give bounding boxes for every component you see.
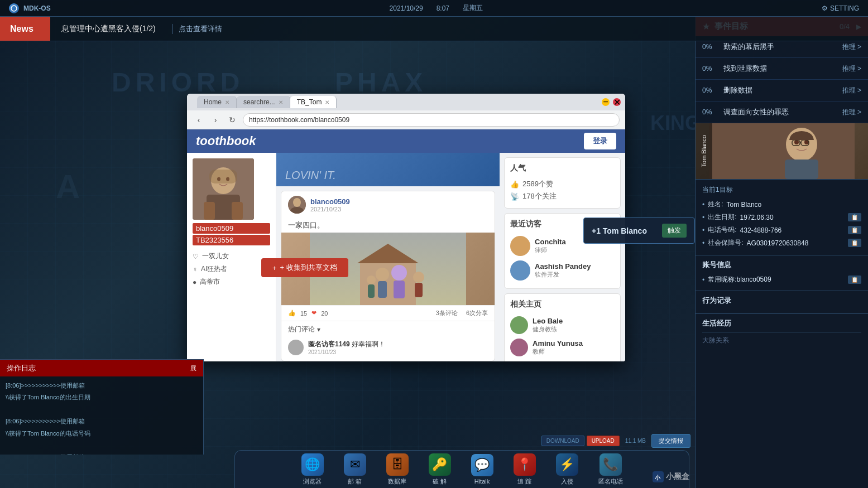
forward-button[interactable]: › bbox=[209, 114, 222, 126]
comment-chevron-icon: ▾ bbox=[317, 326, 320, 334]
svg-text:小: 小 bbox=[654, 475, 661, 481]
op-log-expand-button[interactable]: 展 bbox=[190, 364, 196, 373]
post-username: blanco0509 bbox=[310, 197, 350, 206]
submit-intelligence-button[interactable]: 提交情报 bbox=[651, 434, 690, 448]
name-value: Tom Blanco bbox=[727, 201, 762, 209]
tab-search-close-icon[interactable]: ✕ bbox=[279, 99, 283, 105]
post-actions: 👍 15 ❤ 20 3条评论 6次分享 bbox=[281, 305, 495, 321]
url-bar[interactable]: https://toothbook.com/blanco0509 bbox=[243, 113, 620, 127]
bg-text-a: A bbox=[56, 167, 80, 206]
close-window-button[interactable]: ✕ bbox=[613, 98, 621, 106]
city-label: 高蒂市 bbox=[200, 277, 220, 287]
operation-log: 操作日志 展 [8:06]>>>>>>>>>>>使用邮箱 \\获得了Tom Bl… bbox=[0, 359, 204, 455]
comment-content: 匿名访客1149 好幸福啊！ 2021/10/23 bbox=[308, 340, 488, 355]
event-3-percent: 0% bbox=[702, 86, 718, 94]
event-item-4: 0% 调查面向女性的罪恶 推理 > bbox=[696, 102, 868, 123]
collect-button[interactable]: + + 收集到共享文档 bbox=[261, 258, 348, 277]
taskbar-hitalk[interactable]: 💬 Hitalk bbox=[467, 452, 498, 487]
copy-account-button[interactable]: 📋 bbox=[848, 276, 861, 284]
comment-toggle[interactable]: 热门评论 ▾ bbox=[288, 325, 488, 334]
tab-search[interactable]: searchre... ✕ bbox=[237, 96, 290, 108]
copy-birth-button[interactable]: 📋 bbox=[848, 213, 861, 221]
news-detail[interactable]: 点击查看详情 bbox=[172, 24, 228, 34]
toothbook-logo: toothbook bbox=[196, 134, 256, 148]
taskbar-database[interactable]: 🗄 数据库 bbox=[382, 451, 413, 488]
bullet-phone: • bbox=[702, 226, 704, 234]
database-icon: 🗄 bbox=[386, 453, 409, 476]
op-entry-4: [8:06]>>>>>>>>>>>使用邮箱 bbox=[6, 415, 198, 427]
comment-section: 热门评论 ▾ 匿名访客1149 好幸福啊！ 2021/10/23 bbox=[281, 321, 495, 361]
email-label: 邮 箱 bbox=[348, 477, 362, 486]
cover-text: LOVIN' IT. bbox=[276, 165, 345, 186]
date-display: 2021/10/29 bbox=[390, 4, 423, 12]
refresh-button[interactable]: ↻ bbox=[226, 114, 238, 126]
profile-card-name-vertical: Tom Blanco bbox=[701, 135, 707, 167]
aminu-role: 教师 bbox=[533, 347, 583, 356]
os-logo-icon bbox=[9, 3, 19, 13]
event-1-action[interactable]: 推理 > bbox=[842, 42, 861, 52]
aminu-name: Aminu Yunusa bbox=[533, 339, 583, 347]
bullet-birth: • bbox=[702, 214, 704, 221]
watermark-logo-icon: 小 bbox=[653, 471, 664, 482]
download-button[interactable]: DOWNLOAD bbox=[541, 436, 584, 446]
ai-label: AI狂热者 bbox=[201, 264, 227, 274]
op-log-content: [8:06]>>>>>>>>>>>使用邮箱 \\获得了Tom Blanco的出生… bbox=[0, 376, 203, 455]
event-4-action[interactable]: 推理 > bbox=[842, 108, 861, 117]
profile-info-city: ● 高蒂市 bbox=[193, 276, 270, 288]
profile-card-photo: Tom Blanco bbox=[696, 123, 868, 179]
profile-left: blanco0509 TB2323556 ♡ 一双儿女 ♀ AI狂热者 ● 高蒂… bbox=[187, 153, 276, 361]
copy-ssn-button[interactable]: 📋 bbox=[848, 239, 861, 247]
aminu-avatar bbox=[510, 339, 528, 356]
topbar-center: 2021/10/29 8:07 星期五 bbox=[390, 3, 483, 13]
browser-tabs: Home ✕ searchre... ✕ TB_Tom ✕ bbox=[197, 96, 598, 108]
contact-card: +1 Tom Blanco 触发 bbox=[583, 218, 695, 244]
tab-home[interactable]: Home ✕ bbox=[197, 96, 237, 108]
reactions: 👍 15 ❤ 20 bbox=[288, 310, 328, 317]
bg-text-driord: DRIORD bbox=[112, 67, 244, 98]
related-aminu: Aminu Yunusa 教师 bbox=[510, 336, 615, 359]
settings-button[interactable]: ⚙ SETTING bbox=[822, 4, 859, 12]
post-stats: 3条评论 6次分享 bbox=[436, 309, 488, 317]
taskbar-track[interactable]: 📍 追 踪 bbox=[509, 451, 540, 488]
visitor-aashish-info: Aashish Pandey 软件开发 bbox=[535, 262, 591, 279]
post-header: blanco0509 2021/10/23 bbox=[281, 191, 495, 218]
svg-point-11 bbox=[293, 198, 301, 207]
tab-home-close-icon[interactable]: ✕ bbox=[225, 99, 229, 105]
upload-button[interactable]: UPLOAD bbox=[587, 436, 620, 446]
minimize-button[interactable]: − bbox=[602, 98, 610, 106]
birth-value: 1972.06.30 bbox=[740, 214, 774, 221]
profile-username: blanco0509 bbox=[193, 223, 270, 234]
svg-rect-9 bbox=[209, 170, 237, 183]
taskbar-anon-phone[interactable]: 📞 匿名电话 bbox=[594, 451, 627, 488]
info-row-birth: • 出生日期: 1972.06.30 📋 bbox=[702, 211, 861, 224]
tab-tb-tom[interactable]: TB_Tom ✕ bbox=[290, 96, 337, 108]
copy-phone-button[interactable]: 📋 bbox=[848, 226, 861, 234]
event-3-action[interactable]: 推理 > bbox=[842, 86, 861, 95]
taskbar-email[interactable]: ✉ 邮 箱 bbox=[339, 451, 371, 488]
event-2-action[interactable]: 推理 > bbox=[842, 64, 861, 74]
topbar: MDK-OS 2021/10/29 8:07 星期五 ⚙ SETTING bbox=[0, 0, 868, 17]
browser-icon: 🌐 bbox=[301, 453, 324, 476]
taskbar-crack[interactable]: 🔑 破 解 bbox=[424, 451, 455, 488]
op-entry-3 bbox=[6, 404, 198, 415]
time-display: 8:07 bbox=[437, 4, 449, 12]
login-button[interactable]: 登录 bbox=[584, 133, 616, 149]
svg-rect-18 bbox=[378, 281, 387, 298]
ai-icon: ♀ bbox=[193, 265, 198, 273]
family-icon: ♡ bbox=[193, 253, 199, 260]
tab-tb-tom-close-icon[interactable]: ✕ bbox=[325, 99, 329, 105]
op-entry-6 bbox=[6, 439, 198, 451]
svg-rect-24 bbox=[368, 284, 375, 298]
back-button[interactable]: ‹ bbox=[193, 114, 205, 126]
post-date: 2021/10/23 bbox=[310, 206, 350, 212]
topbar-right[interactable]: ⚙ SETTING bbox=[822, 4, 859, 12]
taskbar-intrude[interactable]: ⚡ 入侵 bbox=[552, 451, 583, 488]
relations-label: 大脉关系 bbox=[702, 332, 861, 345]
leo-name: Leo Bale bbox=[533, 317, 563, 325]
touch-button[interactable]: 触发 bbox=[662, 224, 687, 238]
taskbar-browser[interactable]: 🌐 浏览器 bbox=[297, 451, 328, 488]
followers-icon: 📡 bbox=[510, 192, 519, 201]
account-section: 账号信息 • 常用昵称:blanco0509 📋 bbox=[696, 255, 868, 291]
related-leo: Leo Bale 健身教练 bbox=[510, 314, 615, 336]
bg-text-phax: PHAX bbox=[335, 67, 427, 98]
